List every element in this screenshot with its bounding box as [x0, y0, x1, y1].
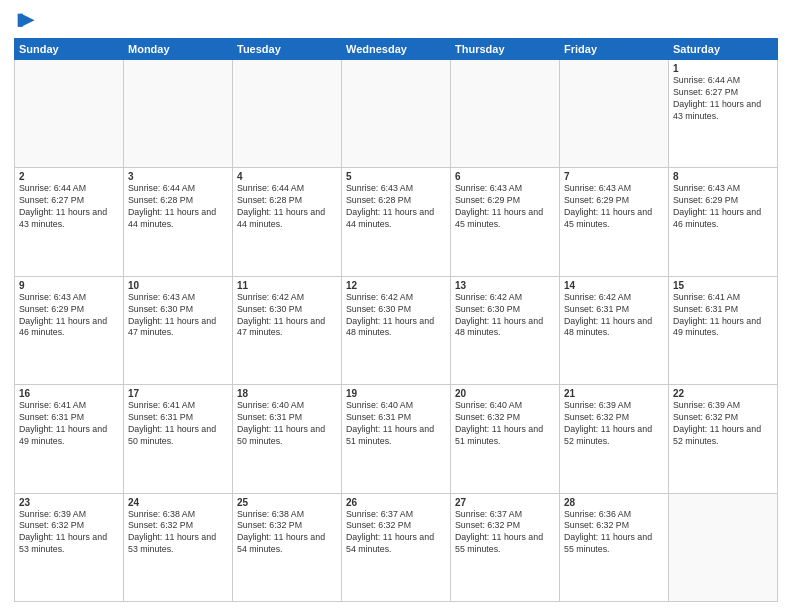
calendar-table: SundayMondayTuesdayWednesdayThursdayFrid…: [14, 38, 778, 602]
day-number: 20: [455, 388, 555, 399]
calendar-cell: 5Sunrise: 6:43 AM Sunset: 6:28 PM Daylig…: [342, 168, 451, 276]
calendar-cell: 10Sunrise: 6:43 AM Sunset: 6:30 PM Dayli…: [124, 276, 233, 384]
calendar-cell: 24Sunrise: 6:38 AM Sunset: 6:32 PM Dayli…: [124, 493, 233, 601]
svg-marker-0: [21, 14, 34, 27]
day-header-saturday: Saturday: [669, 39, 778, 60]
day-number: 26: [346, 497, 446, 508]
calendar-cell: 28Sunrise: 6:36 AM Sunset: 6:32 PM Dayli…: [560, 493, 669, 601]
calendar-cell: 26Sunrise: 6:37 AM Sunset: 6:32 PM Dayli…: [342, 493, 451, 601]
calendar-cell: 22Sunrise: 6:39 AM Sunset: 6:32 PM Dayli…: [669, 385, 778, 493]
page: SundayMondayTuesdayWednesdayThursdayFrid…: [0, 0, 792, 612]
day-number: 9: [19, 280, 119, 291]
day-info: Sunrise: 6:41 AM Sunset: 6:31 PM Dayligh…: [19, 400, 119, 448]
calendar-cell: [124, 60, 233, 168]
calendar-cell: 16Sunrise: 6:41 AM Sunset: 6:31 PM Dayli…: [15, 385, 124, 493]
calendar-cell: [451, 60, 560, 168]
calendar-cell: [669, 493, 778, 601]
day-info: Sunrise: 6:39 AM Sunset: 6:32 PM Dayligh…: [673, 400, 773, 448]
day-number: 6: [455, 171, 555, 182]
calendar-cell: [560, 60, 669, 168]
day-number: 11: [237, 280, 337, 291]
week-row-3: 16Sunrise: 6:41 AM Sunset: 6:31 PM Dayli…: [15, 385, 778, 493]
week-row-4: 23Sunrise: 6:39 AM Sunset: 6:32 PM Dayli…: [15, 493, 778, 601]
calendar-cell: 3Sunrise: 6:44 AM Sunset: 6:28 PM Daylig…: [124, 168, 233, 276]
calendar-cell: 12Sunrise: 6:42 AM Sunset: 6:30 PM Dayli…: [342, 276, 451, 384]
calendar-cell: 27Sunrise: 6:37 AM Sunset: 6:32 PM Dayli…: [451, 493, 560, 601]
day-info: Sunrise: 6:43 AM Sunset: 6:28 PM Dayligh…: [346, 183, 446, 231]
day-number: 12: [346, 280, 446, 291]
day-number: 22: [673, 388, 773, 399]
day-header-sunday: Sunday: [15, 39, 124, 60]
day-info: Sunrise: 6:36 AM Sunset: 6:32 PM Dayligh…: [564, 509, 664, 557]
logo: [14, 10, 40, 32]
day-number: 13: [455, 280, 555, 291]
calendar-cell: 21Sunrise: 6:39 AM Sunset: 6:32 PM Dayli…: [560, 385, 669, 493]
day-header-tuesday: Tuesday: [233, 39, 342, 60]
calendar-cell: 18Sunrise: 6:40 AM Sunset: 6:31 PM Dayli…: [233, 385, 342, 493]
day-number: 27: [455, 497, 555, 508]
day-info: Sunrise: 6:44 AM Sunset: 6:27 PM Dayligh…: [19, 183, 119, 231]
day-info: Sunrise: 6:44 AM Sunset: 6:27 PM Dayligh…: [673, 75, 773, 123]
day-info: Sunrise: 6:41 AM Sunset: 6:31 PM Dayligh…: [128, 400, 228, 448]
day-number: 5: [346, 171, 446, 182]
calendar-cell: [15, 60, 124, 168]
header-row: SundayMondayTuesdayWednesdayThursdayFrid…: [15, 39, 778, 60]
day-number: 25: [237, 497, 337, 508]
day-number: 1: [673, 63, 773, 74]
day-info: Sunrise: 6:44 AM Sunset: 6:28 PM Dayligh…: [237, 183, 337, 231]
calendar-cell: 23Sunrise: 6:39 AM Sunset: 6:32 PM Dayli…: [15, 493, 124, 601]
calendar-header: SundayMondayTuesdayWednesdayThursdayFrid…: [15, 39, 778, 60]
day-info: Sunrise: 6:37 AM Sunset: 6:32 PM Dayligh…: [346, 509, 446, 557]
day-info: Sunrise: 6:37 AM Sunset: 6:32 PM Dayligh…: [455, 509, 555, 557]
day-header-thursday: Thursday: [451, 39, 560, 60]
day-header-wednesday: Wednesday: [342, 39, 451, 60]
calendar-cell: 7Sunrise: 6:43 AM Sunset: 6:29 PM Daylig…: [560, 168, 669, 276]
day-number: 17: [128, 388, 228, 399]
week-row-0: 1Sunrise: 6:44 AM Sunset: 6:27 PM Daylig…: [15, 60, 778, 168]
calendar-cell: 15Sunrise: 6:41 AM Sunset: 6:31 PM Dayli…: [669, 276, 778, 384]
day-header-monday: Monday: [124, 39, 233, 60]
day-number: 24: [128, 497, 228, 508]
day-number: 16: [19, 388, 119, 399]
day-number: 10: [128, 280, 228, 291]
day-info: Sunrise: 6:40 AM Sunset: 6:31 PM Dayligh…: [346, 400, 446, 448]
day-info: Sunrise: 6:40 AM Sunset: 6:32 PM Dayligh…: [455, 400, 555, 448]
day-number: 8: [673, 171, 773, 182]
day-info: Sunrise: 6:44 AM Sunset: 6:28 PM Dayligh…: [128, 183, 228, 231]
svg-rect-1: [18, 14, 23, 27]
day-info: Sunrise: 6:38 AM Sunset: 6:32 PM Dayligh…: [237, 509, 337, 557]
calendar-cell: 25Sunrise: 6:38 AM Sunset: 6:32 PM Dayli…: [233, 493, 342, 601]
day-info: Sunrise: 6:43 AM Sunset: 6:29 PM Dayligh…: [19, 292, 119, 340]
calendar-cell: 13Sunrise: 6:42 AM Sunset: 6:30 PM Dayli…: [451, 276, 560, 384]
calendar-cell: [342, 60, 451, 168]
calendar-cell: 1Sunrise: 6:44 AM Sunset: 6:27 PM Daylig…: [669, 60, 778, 168]
calendar-cell: 2Sunrise: 6:44 AM Sunset: 6:27 PM Daylig…: [15, 168, 124, 276]
day-info: Sunrise: 6:39 AM Sunset: 6:32 PM Dayligh…: [19, 509, 119, 557]
day-info: Sunrise: 6:40 AM Sunset: 6:31 PM Dayligh…: [237, 400, 337, 448]
day-number: 4: [237, 171, 337, 182]
day-info: Sunrise: 6:42 AM Sunset: 6:30 PM Dayligh…: [455, 292, 555, 340]
day-number: 3: [128, 171, 228, 182]
day-number: 21: [564, 388, 664, 399]
day-number: 28: [564, 497, 664, 508]
day-number: 15: [673, 280, 773, 291]
day-info: Sunrise: 6:43 AM Sunset: 6:29 PM Dayligh…: [564, 183, 664, 231]
day-info: Sunrise: 6:41 AM Sunset: 6:31 PM Dayligh…: [673, 292, 773, 340]
day-info: Sunrise: 6:42 AM Sunset: 6:30 PM Dayligh…: [346, 292, 446, 340]
calendar-cell: 9Sunrise: 6:43 AM Sunset: 6:29 PM Daylig…: [15, 276, 124, 384]
day-header-friday: Friday: [560, 39, 669, 60]
day-info: Sunrise: 6:42 AM Sunset: 6:31 PM Dayligh…: [564, 292, 664, 340]
calendar-cell: [233, 60, 342, 168]
day-number: 18: [237, 388, 337, 399]
calendar-cell: 4Sunrise: 6:44 AM Sunset: 6:28 PM Daylig…: [233, 168, 342, 276]
header: [14, 10, 778, 32]
day-info: Sunrise: 6:39 AM Sunset: 6:32 PM Dayligh…: [564, 400, 664, 448]
calendar-cell: 8Sunrise: 6:43 AM Sunset: 6:29 PM Daylig…: [669, 168, 778, 276]
day-number: 23: [19, 497, 119, 508]
day-info: Sunrise: 6:43 AM Sunset: 6:29 PM Dayligh…: [455, 183, 555, 231]
week-row-1: 2Sunrise: 6:44 AM Sunset: 6:27 PM Daylig…: [15, 168, 778, 276]
calendar-body: 1Sunrise: 6:44 AM Sunset: 6:27 PM Daylig…: [15, 60, 778, 602]
calendar-cell: 19Sunrise: 6:40 AM Sunset: 6:31 PM Dayli…: [342, 385, 451, 493]
day-number: 19: [346, 388, 446, 399]
calendar-cell: 6Sunrise: 6:43 AM Sunset: 6:29 PM Daylig…: [451, 168, 560, 276]
